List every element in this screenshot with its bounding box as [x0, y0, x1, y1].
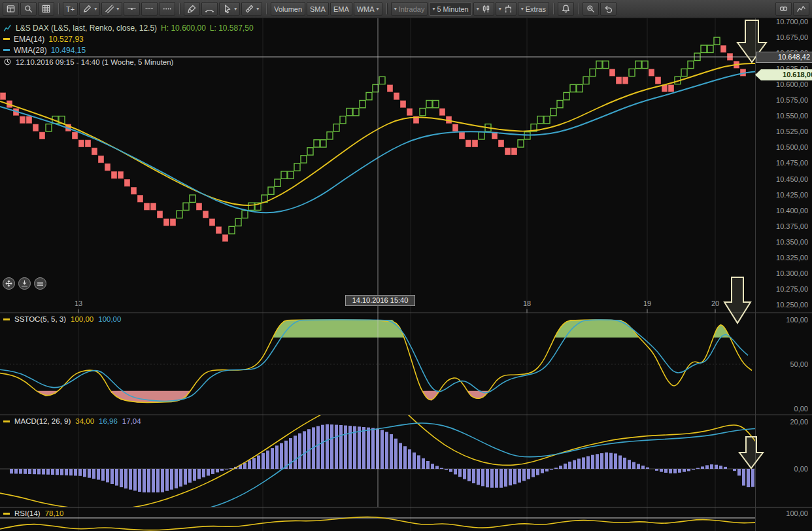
price-axis-label: 10.375,00: [754, 222, 808, 231]
dashed-line-tool-button[interactable]: [141, 2, 158, 16]
price-axis-label: 10.600,00: [754, 80, 808, 89]
macd-histogram: [10, 424, 754, 492]
pencil-icon: [82, 4, 92, 14]
chevron-down-icon: ▾: [499, 7, 501, 12]
sstoc-dash-icon: [3, 318, 10, 320]
panel-layout-button[interactable]: [3, 2, 19, 16]
compare-button[interactable]: [775, 2, 792, 16]
zoom-in-button[interactable]: [583, 2, 599, 16]
price-axis-label: 10.550,00: [754, 112, 808, 120]
text-tool-button[interactable]: T+: [63, 2, 78, 16]
price-axis-label: 10.475,00: [754, 159, 808, 167]
sstoc-d-value: 100,00: [98, 315, 121, 323]
price-axis-label: 10.300,00: [754, 269, 808, 278]
wma-line: [0, 71, 758, 213]
down-arrow-annotation: [724, 277, 751, 323]
chart-canvas[interactable]: L&S DAX (L&S, last, Renko, close, 12.5) …: [0, 0, 812, 531]
chevron-down-icon: ▾: [116, 7, 119, 12]
extras-dropdown[interactable]: ▾Extras: [518, 2, 549, 16]
toolbar-left-group: T+▾▾▾▾VolumenSMAEMAWMA▾▾Intraday▾5 Minut…: [3, 2, 617, 16]
ema-button[interactable]: EMA: [330, 2, 352, 16]
sstoc-legend[interactable]: SSTOC(5, 5, 3) 100,00 100,00: [3, 315, 121, 323]
wma-label: WMA(28): [14, 46, 47, 55]
trendline-tool-button[interactable]: ▾: [101, 2, 122, 16]
chevron-down-icon: ▾: [256, 7, 259, 12]
wma-dash-icon: [3, 49, 10, 51]
layers-icon: [36, 279, 44, 288]
draw-tool-button[interactable]: ▾: [79, 2, 100, 16]
horizontal-line-tool-button[interactable]: [124, 2, 140, 16]
pane-controls: [3, 277, 46, 290]
wma-legend-row[interactable]: WMA(28) 10.494,15: [3, 44, 254, 56]
chart-style-button[interactable]: [793, 2, 809, 16]
link-circles-icon: [779, 4, 788, 14]
alert-button[interactable]: [558, 2, 574, 16]
symbol-legend-row[interactable]: L&S DAX (L&S, last, Renko, close, 12.5) …: [3, 22, 254, 33]
depth-dropdown[interactable]: ▾: [496, 2, 516, 16]
arc-icon: [205, 4, 214, 14]
macd-value: 34,00: [75, 417, 94, 425]
ema-legend-row[interactable]: EMA(14) 10.527,93: [3, 33, 254, 44]
layers-pane-button[interactable]: [34, 277, 46, 290]
cursor-tool-button[interactable]: ▾: [219, 2, 240, 16]
arc-tool-button[interactable]: [201, 2, 218, 16]
panel-layout-icon: [6, 4, 16, 14]
toolbar-right-group: [775, 2, 809, 16]
ema-dash-icon: [3, 38, 10, 40]
measure-tool-button[interactable]: ▾: [241, 2, 262, 16]
time-axis-label: 13: [75, 300, 82, 307]
wma-button[interactable]: WMA▾: [354, 2, 382, 16]
sstoc-axis-label: 100,00: [754, 316, 808, 324]
arrow-down-icon: [20, 279, 29, 288]
ema-line: [0, 63, 758, 205]
chart-svg[interactable]: [0, 0, 812, 531]
price-axis-label: 10.425,00: [754, 191, 808, 199]
price-axis-label: 10.575,00: [754, 96, 808, 105]
volumen-button[interactable]: Volumen: [271, 2, 305, 16]
high-value: H: 10.600,00: [161, 24, 206, 33]
rsi-line: [0, 517, 757, 530]
horizontal-line-icon: [127, 4, 137, 14]
macd-legend[interactable]: MACD(12, 26, 9) 34,00 16,96 17,04: [3, 417, 141, 425]
move-pane-button[interactable]: [3, 277, 15, 290]
chevron-down-icon: ▾: [477, 7, 479, 12]
chart-type-dropdown[interactable]: ▾: [473, 2, 494, 16]
macd-hist-value: 17,04: [122, 417, 141, 425]
price-axis-label: 10.400,00: [754, 207, 808, 215]
time-axis-label: 18: [523, 300, 531, 307]
macd-line: [0, 390, 760, 510]
sstoc-title: SSTOC(5, 5, 3): [14, 315, 66, 323]
dotted-line-tool-button[interactable]: [159, 2, 175, 16]
brush-tool-button[interactable]: [184, 2, 200, 16]
intraday-dropdown[interactable]: ▾Intraday: [391, 2, 428, 16]
toolbar-separator: [266, 3, 267, 14]
undo-button[interactable]: [600, 2, 617, 16]
dotted-line-icon: [162, 4, 172, 14]
range-info-row: 12.10.2016 09:15 - 14:40 (1 Woche, 5 Min…: [3, 56, 254, 67]
search-button[interactable]: [20, 2, 37, 16]
collapse-pane-button[interactable]: [18, 277, 31, 290]
chevron-down-icon: ▾: [377, 7, 379, 12]
sstoc-k-value: 100,00: [71, 315, 93, 323]
dashed-line-icon: [144, 4, 154, 14]
sma-button[interactable]: SMA: [307, 2, 329, 16]
rsi-dash-icon: [3, 513, 10, 515]
low-value: L: 10.587,50: [210, 24, 254, 33]
price-axis-label: 10.700,00: [754, 18, 808, 26]
grid-button[interactable]: [38, 2, 54, 16]
crosshair-price-tag: 10.648,42: [756, 52, 812, 63]
trading-app: L&S DAX (L&S, last, Renko, close, 12.5) …: [0, 0, 812, 531]
move-icon: [5, 279, 13, 288]
macd-axis-label: 20,00: [754, 418, 808, 426]
toolbar-separator: [553, 3, 554, 14]
rsi-title: RSI(14): [14, 509, 41, 517]
timeframe-dropdown[interactable]: ▾5 Minuten: [429, 2, 471, 16]
toolbar: T+▾▾▾▾VolumenSMAEMAWMA▾▾Intraday▾5 Minut…: [0, 0, 812, 18]
rsi-legend[interactable]: RSI(14) 78,10: [3, 509, 63, 517]
trendline-icon: [105, 4, 114, 14]
time-axis-label: 19: [643, 300, 651, 307]
range-label: 12.10.2016 09:15 - 14:40 (1 Woche, 5 Min…: [16, 58, 173, 66]
price-axis-label: 10.675,00: [754, 33, 808, 42]
price-axis-label: 10.525,00: [754, 128, 808, 136]
last-price-tag: 10.618,00: [755, 69, 812, 80]
